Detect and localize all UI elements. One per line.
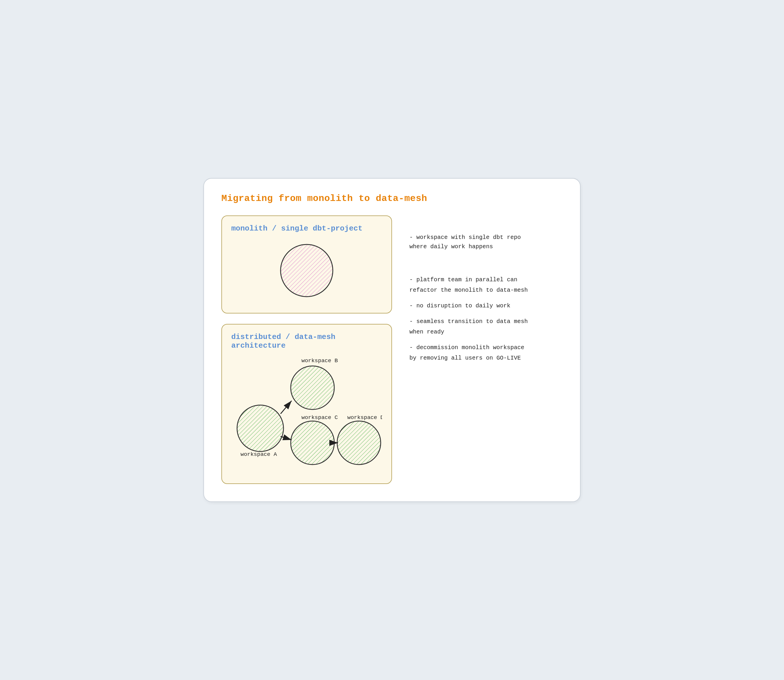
dist-note-4: - decommission monolith workspace by rem… [409, 342, 563, 364]
right-column: - workspace with single dbt repo where d… [409, 216, 563, 368]
monolith-circle-area [231, 239, 382, 302]
monolith-box: monolith / single dbt-project [221, 216, 392, 313]
content-row: monolith / single dbt-project [221, 216, 563, 484]
monolith-circle-svg [278, 242, 336, 299]
dist-note-2: - no disruption to daily work [409, 301, 563, 311]
main-card: Migrating from monolith to data-mesh mon… [203, 178, 581, 502]
monolith-box-title: monolith / single dbt-project [231, 224, 382, 233]
page-title: Migrating from monolith to data-mesh [221, 193, 563, 204]
svg-line-19 [281, 436, 292, 440]
dist-note-1: - platform team in parallel can refactor… [409, 275, 563, 296]
svg-text:workspace D: workspace D [347, 414, 382, 421]
distributed-box-title: distributed / data-mesh architecture [231, 333, 382, 350]
distributed-notes: - platform team in parallel can refactor… [409, 252, 563, 368]
notes-section: - workspace with single dbt repo where d… [409, 216, 563, 368]
monolith-note: - workspace with single dbt repo where d… [409, 216, 563, 252]
distributed-box: distributed / data-mesh architecture [221, 324, 392, 484]
dist-note-3: - seamless transition to data mesh when … [409, 316, 563, 337]
svg-text:workspace A: workspace A [241, 451, 277, 458]
left-column: monolith / single dbt-project [221, 216, 392, 484]
svg-text:workspace C: workspace C [301, 414, 338, 421]
distributed-diagram-svg: workspace B workspace C workspace D work… [231, 356, 382, 472]
svg-line-18 [281, 401, 292, 414]
svg-text:workspace B: workspace B [301, 357, 338, 364]
